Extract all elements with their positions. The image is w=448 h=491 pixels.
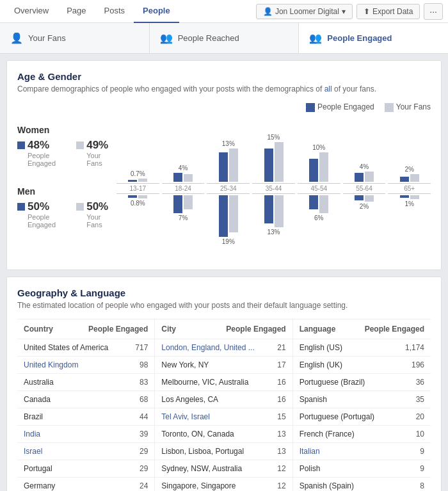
list-item: Toronto, ON, Canada13: [155, 426, 292, 443]
women-engaged-bar: [264, 149, 273, 182]
language-header: Language People Engaged: [293, 319, 431, 339]
age-col-25-34: 13%25-3419%: [207, 118, 250, 259]
geo-link[interactable]: Tel Aviv, Israel: [161, 412, 210, 421]
men-fans-bar: [410, 195, 419, 199]
geo-text: Sydney, NSW, Australia: [161, 464, 242, 473]
geo-text: Spanish: [300, 395, 327, 404]
age-gender-subtitle: Compare demographics of people who engag…: [17, 85, 431, 93]
women-label: Women: [17, 125, 110, 135]
top-nav: Overview Page Posts People 👤 Jon Loomer …: [0, 0, 448, 23]
chevron-down-icon: ▾: [342, 7, 346, 16]
women-fans-bar: [229, 149, 238, 182]
list-item: Spanish35: [293, 391, 431, 408]
nav-actions: 👤 Jon Loomer Digital ▾ ⬆ Export Data ···: [256, 3, 443, 20]
engaged-legend-dot: [306, 103, 315, 112]
geo-link[interactable]: India: [24, 430, 40, 439]
more-options-button[interactable]: ···: [424, 3, 443, 20]
fans-icon: 👤: [10, 32, 23, 44]
list-item: Tel Aviv, Israel15: [155, 408, 292, 426]
list-item: English (UK)196: [293, 357, 431, 374]
bar-chart: 0.7%13-170.8%4%18-247%13%25-3419%15%35-4…: [116, 118, 431, 259]
list-item: Portuguese (Portugal)20: [293, 408, 431, 426]
geo-text: Toronto, ON, Canada: [161, 430, 234, 439]
women-engaged-bar: [173, 173, 182, 182]
men-engaged-bar: [219, 195, 228, 237]
geo-text: New York, NY: [161, 360, 209, 369]
city-header: City People Engaged: [155, 319, 292, 339]
men-fans-pct: 50%: [86, 200, 108, 213]
geo-value: 15: [277, 412, 285, 421]
list-item: India39: [17, 426, 154, 443]
list-item: Italian9: [293, 443, 431, 460]
geo-value: 29: [140, 447, 148, 456]
list-item: Germany24: [17, 478, 154, 491]
men-fans-label: Your Fans: [86, 213, 110, 229]
nav-tab-people[interactable]: People: [134, 0, 179, 23]
men-engaged-bar: [355, 195, 364, 200]
women-engaged-bar: [219, 152, 228, 182]
women-fans-bar: [365, 172, 374, 182]
men-fans-bar: [138, 195, 147, 198]
geo-link[interactable]: United Kingdom: [24, 360, 78, 369]
age-col-13-17: 0.7%13-170.8%: [116, 118, 159, 259]
geo-lang-subtitle: The estimated location of people who eng…: [17, 301, 431, 310]
men-engaged-bar: [264, 195, 273, 223]
geo-value: 17: [277, 360, 285, 369]
list-item: Portugal29: [17, 460, 154, 478]
tab-your-fans[interactable]: 👤 Your Fans: [0, 23, 150, 53]
men-engaged-bar: [400, 195, 409, 198]
list-item: French (France)10: [293, 426, 431, 443]
list-item: New York, NY17: [155, 357, 292, 374]
women-fans-bar: [275, 142, 284, 182]
geo-link[interactable]: London, England, United ...: [161, 343, 254, 352]
age-col-35-44: 15%35-4413%: [252, 118, 295, 259]
geo-lang-title: Geography & Language: [17, 287, 431, 298]
list-item: Israel29: [17, 443, 154, 460]
nav-tab-overview[interactable]: Overview: [5, 0, 58, 23]
women-engaged-pct: 48%: [28, 139, 49, 152]
geo-value: 8: [420, 481, 424, 490]
export-button[interactable]: ⬆ Export Data: [356, 4, 420, 19]
chart-legend: People Engaged Your Fans: [17, 102, 431, 112]
geo-value: 21: [277, 343, 285, 352]
nav-tab-page[interactable]: Page: [58, 0, 95, 23]
tab-people-engaged[interactable]: 👥 People Engaged: [299, 23, 448, 53]
city-rows: London, England, United ...21New York, N…: [155, 339, 292, 491]
all-fans-link[interactable]: all: [324, 85, 332, 93]
men-engaged-bar: [128, 195, 137, 198]
city-col: City People Engaged London, England, Uni…: [155, 319, 292, 491]
geo-value: 12: [277, 481, 285, 490]
age-col-45-54: 10%45-546%: [298, 118, 340, 259]
geo-value: 35: [416, 395, 424, 404]
geo-value: 196: [412, 360, 424, 369]
geo-value: 13: [277, 430, 285, 439]
women-fans-bar: [410, 174, 419, 182]
geo-link[interactable]: Israel: [24, 447, 42, 456]
tab-people-reached[interactable]: 👥 People Reached: [150, 23, 300, 53]
geo-text: Germany: [24, 481, 55, 490]
geo-link[interactable]: Italian: [300, 447, 320, 456]
age-col-65+: 2%65+1%: [388, 118, 431, 259]
geo-text: French (France): [300, 430, 355, 439]
geo-text: Spanish (Spain): [300, 481, 354, 490]
nav-tab-posts[interactable]: Posts: [95, 0, 134, 23]
women-engaged-bar: [355, 173, 364, 182]
list-item: United Kingdom98: [17, 357, 154, 374]
women-section: Women 48% People Engaged: [17, 125, 110, 167]
geo-value: 16: [277, 395, 285, 404]
women-engaged-dot: [17, 141, 25, 149]
list-item: United States of America717: [17, 339, 154, 357]
list-item: Brazil44: [17, 408, 154, 426]
user-button[interactable]: 👤 Jon Loomer Digital ▾: [256, 4, 353, 19]
list-item: Polish9: [293, 460, 431, 478]
nav-tabs: Overview Page Posts People: [5, 0, 256, 23]
geo-value: 12: [277, 464, 285, 473]
geo-value: 39: [140, 430, 148, 439]
women-fans-label: Your Fans: [86, 152, 110, 167]
men-fans-bar: [365, 195, 374, 202]
list-item: Melbourne, VIC, Australia16: [155, 374, 292, 391]
list-item: Australia83: [17, 374, 154, 391]
geo-value: 9: [420, 464, 424, 473]
men-fans-bar: [229, 195, 238, 232]
geo-text: United States of America: [24, 343, 108, 352]
